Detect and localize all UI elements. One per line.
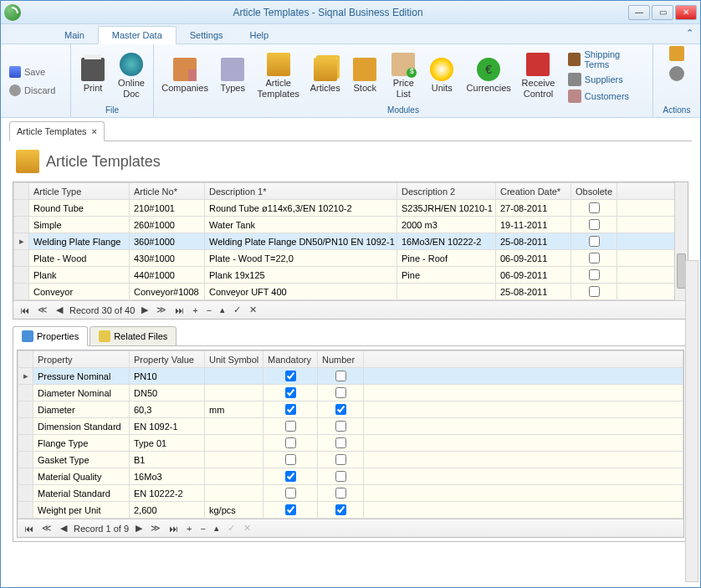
types-button[interactable]: Types <box>216 56 249 95</box>
table-row[interactable]: Diameter NominalDN50 <box>18 385 683 401</box>
tab-related-files[interactable]: Related Files <box>90 326 177 346</box>
suppliers-link[interactable]: Suppliers <box>566 72 647 87</box>
units-button[interactable]: Units <box>425 56 458 95</box>
customers-link[interactable]: Customers <box>566 89 647 104</box>
pcol-unit[interactable]: Unit Symbol <box>205 351 264 368</box>
col-description2[interactable]: Description 2 <box>397 183 496 200</box>
pnav-cancel[interactable]: ✕ <box>242 523 253 534</box>
number-checkbox[interactable] <box>335 454 346 465</box>
number-checkbox[interactable] <box>335 471 346 482</box>
mandatory-checkbox[interactable] <box>285 404 296 415</box>
col-obsolete[interactable]: Obsolete <box>571 183 617 200</box>
nav-first[interactable]: ⏮ <box>18 305 31 315</box>
obsolete-checkbox[interactable] <box>589 202 600 213</box>
nav-last[interactable]: ⏭ <box>173 305 186 315</box>
document-tab[interactable]: Article Templates × <box>9 121 105 141</box>
discard-button[interactable]: Discard <box>6 83 59 98</box>
table-row[interactable]: Simple260#1000Water Tank2000 m319-11-201… <box>14 217 688 233</box>
number-checkbox[interactable] <box>335 437 346 448</box>
number-checkbox[interactable] <box>335 504 346 515</box>
tab-properties[interactable]: Properties <box>13 326 88 346</box>
table-row[interactable]: Flange TypeType 01 <box>18 435 683 452</box>
article-templates-button[interactable]: Article Templates <box>254 51 302 100</box>
mandatory-checkbox[interactable] <box>285 488 296 499</box>
pnav-prev-page[interactable]: ≪ <box>40 523 54 534</box>
nav-remove[interactable]: − <box>205 305 213 315</box>
table-row[interactable]: Dimension StandardEN 1092-1 <box>18 418 683 435</box>
pnav-edit[interactable]: ▴ <box>212 523 221 534</box>
nav-prev[interactable]: ◀ <box>54 304 64 315</box>
nav-cancel[interactable]: ✕ <box>248 304 258 315</box>
ribbon-tab-settings[interactable]: Settings <box>177 27 237 43</box>
table-row[interactable]: ▸Welding Plate Flange360#1000Welding Pla… <box>14 233 688 250</box>
nav-next-page[interactable]: ≫ <box>155 304 168 315</box>
table-row[interactable]: Round Tube210#1001Round Tube ø114x6,3/EN… <box>14 200 688 217</box>
col-article-no[interactable]: Article No* <box>130 183 205 200</box>
col-article-type[interactable]: Article Type <box>29 183 130 200</box>
pnav-remove[interactable]: − <box>198 524 207 534</box>
pnav-commit[interactable]: ✓ <box>226 523 237 534</box>
action-icon-2[interactable] <box>669 66 684 81</box>
mandatory-checkbox[interactable] <box>285 454 296 465</box>
save-button[interactable]: Save <box>6 64 49 79</box>
main-grid[interactable]: Article Type Article No* Description 1* … <box>13 182 688 320</box>
mandatory-checkbox[interactable] <box>285 387 296 398</box>
content-scrollbar[interactable] <box>685 260 698 582</box>
pnav-next-page[interactable]: ≫ <box>149 523 162 534</box>
ribbon-tab-main[interactable]: Main <box>51 27 98 43</box>
nav-prev-page[interactable]: ≪ <box>36 304 49 315</box>
pnav-add[interactable]: + <box>185 524 193 534</box>
nav-commit[interactable]: ✓ <box>232 304 243 315</box>
properties-grid[interactable]: Property Property Value Unit Symbol Mand… <box>17 350 684 538</box>
table-row[interactable]: Plate - Wood430#1000Plate - Wood T=22,0P… <box>14 250 688 267</box>
minimize-button[interactable]: — <box>628 5 650 20</box>
number-checkbox[interactable] <box>335 371 346 381</box>
col-creation-date[interactable]: Creation Date* <box>496 183 571 200</box>
pnav-first[interactable]: ⏮ <box>23 524 35 534</box>
mandatory-checkbox[interactable] <box>285 371 296 381</box>
pnav-next[interactable]: ▶ <box>134 523 144 534</box>
online-doc-button[interactable]: Online Doc <box>115 51 148 100</box>
number-checkbox[interactable] <box>335 488 346 499</box>
obsolete-checkbox[interactable] <box>589 236 600 247</box>
table-row[interactable]: Material Quality16Mo3 <box>18 468 683 485</box>
obsolete-checkbox[interactable] <box>589 219 600 230</box>
number-checkbox[interactable] <box>335 421 346 432</box>
nav-add[interactable]: + <box>191 305 199 315</box>
shipping-terms-link[interactable]: Shipping Terms <box>566 49 647 70</box>
close-button[interactable]: ✕ <box>675 5 697 20</box>
number-checkbox[interactable] <box>335 404 346 415</box>
pnav-prev[interactable]: ◀ <box>59 523 69 534</box>
ribbon-tab-help[interactable]: Help <box>237 27 283 43</box>
obsolete-checkbox[interactable] <box>589 286 600 297</box>
col-description1[interactable]: Description 1* <box>205 183 397 200</box>
table-row[interactable]: Diameter60,3mm <box>18 401 683 418</box>
currencies-button[interactable]: Currencies <box>463 56 514 95</box>
pcol-number[interactable]: Number <box>318 351 364 368</box>
pcol-property[interactable]: Property <box>33 351 130 368</box>
ribbon-tab-master-data[interactable]: Master Data <box>98 26 177 44</box>
maximize-button[interactable]: ▭ <box>652 5 673 20</box>
mandatory-checkbox[interactable] <box>285 504 296 515</box>
action-icon-1[interactable] <box>669 46 684 61</box>
table-row[interactable]: Material StandardEN 10222-2 <box>18 485 683 502</box>
table-row[interactable]: Plank440#1000Plank 19x125Pine06-09-2011 <box>14 267 688 284</box>
print-button[interactable]: Print <box>76 56 110 95</box>
table-row[interactable]: Gasket TypeB1 <box>18 452 683 468</box>
mandatory-checkbox[interactable] <box>285 437 296 448</box>
mandatory-checkbox[interactable] <box>285 421 296 432</box>
number-checkbox[interactable] <box>335 387 346 398</box>
document-tab-close-icon[interactable]: × <box>92 126 97 136</box>
stock-button[interactable]: Stock <box>348 56 381 95</box>
nav-next[interactable]: ▶ <box>140 304 150 315</box>
price-list-button[interactable]: Price List <box>386 51 420 100</box>
ribbon-collapse-icon[interactable]: ⌃ <box>686 28 693 38</box>
nav-edit[interactable]: ▴ <box>218 304 227 315</box>
receive-control-button[interactable]: Receive Control <box>519 51 558 100</box>
companies-button[interactable]: Companies <box>159 56 211 95</box>
table-row[interactable]: ConveyorConveyor#1008Conveyor UFT 40025-… <box>14 284 688 300</box>
pnav-last[interactable]: ⏭ <box>167 524 180 534</box>
obsolete-checkbox[interactable] <box>589 253 600 263</box>
table-row[interactable]: Weight per Unit2,600kg/pcs <box>18 502 683 519</box>
pcol-mandatory[interactable]: Mandatory <box>264 351 318 368</box>
